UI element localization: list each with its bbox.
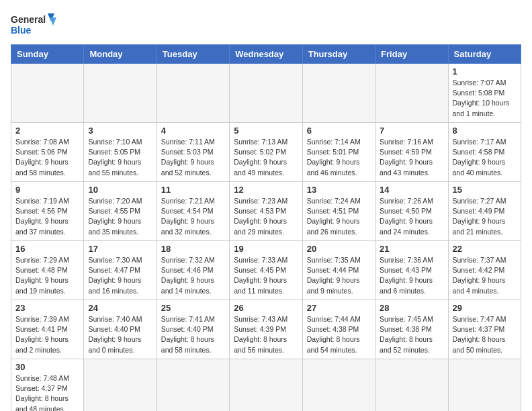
calendar-cell: 11Sunrise: 7:21 AMSunset: 4:54 PMDayligh… xyxy=(157,182,229,241)
calendar-cell: 4Sunrise: 7:11 AMSunset: 5:03 PMDaylight… xyxy=(157,123,229,182)
calendar-cell: 21Sunrise: 7:36 AMSunset: 4:43 PMDayligh… xyxy=(375,241,448,300)
day-info: Sunrise: 7:37 AMSunset: 4:42 PMDaylight:… xyxy=(453,255,517,296)
day-number: 19 xyxy=(234,244,298,254)
day-number: 17 xyxy=(88,244,152,254)
calendar-header-row: SundayMondayTuesdayWednesdayThursdayFrid… xyxy=(11,45,521,64)
day-info: Sunrise: 7:10 AMSunset: 5:05 PMDaylight:… xyxy=(88,137,152,178)
calendar-cell: 10Sunrise: 7:20 AMSunset: 4:55 PMDayligh… xyxy=(84,182,157,241)
header-friday: Friday xyxy=(375,45,448,64)
week-row-3: 9Sunrise: 7:19 AMSunset: 4:56 PMDaylight… xyxy=(11,182,521,241)
svg-text:General: General xyxy=(11,14,46,25)
header-saturday: Saturday xyxy=(448,45,521,64)
day-number: 16 xyxy=(15,244,79,254)
day-number: 4 xyxy=(161,126,225,136)
calendar-cell: 22Sunrise: 7:37 AMSunset: 4:42 PMDayligh… xyxy=(448,241,521,300)
day-info: Sunrise: 7:47 AMSunset: 4:37 PMDaylight:… xyxy=(453,314,517,355)
day-number: 14 xyxy=(380,185,443,195)
day-number: 13 xyxy=(307,185,371,195)
calendar-cell: 6Sunrise: 7:14 AMSunset: 5:01 PMDaylight… xyxy=(302,123,375,182)
calendar-cell xyxy=(448,359,521,412)
calendar-cell: 7Sunrise: 7:16 AMSunset: 4:59 PMDaylight… xyxy=(375,123,448,182)
calendar-cell: 26Sunrise: 7:43 AMSunset: 4:39 PMDayligh… xyxy=(230,300,302,359)
day-info: Sunrise: 7:41 AMSunset: 4:40 PMDaylight:… xyxy=(161,314,225,355)
calendar-cell: 18Sunrise: 7:32 AMSunset: 4:46 PMDayligh… xyxy=(157,241,229,300)
calendar-cell: 9Sunrise: 7:19 AMSunset: 4:56 PMDaylight… xyxy=(11,182,84,241)
day-number: 21 xyxy=(380,244,443,254)
logo: General Blue xyxy=(11,11,58,38)
calendar-cell xyxy=(230,359,302,412)
week-row-2: 2Sunrise: 7:08 AMSunset: 5:06 PMDaylight… xyxy=(11,123,521,182)
calendar-cell xyxy=(157,359,229,412)
day-info: Sunrise: 7:21 AMSunset: 4:54 PMDaylight:… xyxy=(161,196,225,237)
day-info: Sunrise: 7:13 AMSunset: 5:02 PMDaylight:… xyxy=(234,137,298,178)
calendar-cell: 3Sunrise: 7:10 AMSunset: 5:05 PMDaylight… xyxy=(84,123,157,182)
day-number: 25 xyxy=(161,303,225,313)
svg-text:Blue: Blue xyxy=(11,25,32,36)
day-info: Sunrise: 7:27 AMSunset: 4:49 PMDaylight:… xyxy=(453,196,517,237)
day-info: Sunrise: 7:11 AMSunset: 5:03 PMDaylight:… xyxy=(161,137,225,178)
day-number: 24 xyxy=(88,303,152,313)
calendar-cell: 8Sunrise: 7:17 AMSunset: 4:58 PMDaylight… xyxy=(448,123,521,182)
day-info: Sunrise: 7:08 AMSunset: 5:06 PMDaylight:… xyxy=(15,137,79,178)
day-info: Sunrise: 7:35 AMSunset: 4:44 PMDaylight:… xyxy=(307,255,371,296)
day-info: Sunrise: 7:45 AMSunset: 4:38 PMDaylight:… xyxy=(380,314,443,355)
calendar-cell xyxy=(84,359,157,412)
day-info: Sunrise: 7:26 AMSunset: 4:50 PMDaylight:… xyxy=(380,196,443,237)
day-number: 12 xyxy=(234,185,298,195)
calendar-cell: 28Sunrise: 7:45 AMSunset: 4:38 PMDayligh… xyxy=(375,300,448,359)
day-info: Sunrise: 7:44 AMSunset: 4:38 PMDaylight:… xyxy=(307,314,371,355)
calendar-cell: 25Sunrise: 7:41 AMSunset: 4:40 PMDayligh… xyxy=(157,300,229,359)
generalblue-logo: General Blue xyxy=(11,11,58,38)
day-info: Sunrise: 7:16 AMSunset: 4:59 PMDaylight:… xyxy=(380,137,443,178)
day-number: 20 xyxy=(307,244,371,254)
day-number: 15 xyxy=(453,185,517,195)
day-number: 3 xyxy=(88,126,152,136)
day-info: Sunrise: 7:36 AMSunset: 4:43 PMDaylight:… xyxy=(380,255,443,296)
week-row-6: 30Sunrise: 7:48 AMSunset: 4:37 PMDayligh… xyxy=(11,359,521,412)
calendar-cell: 15Sunrise: 7:27 AMSunset: 4:49 PMDayligh… xyxy=(448,182,521,241)
day-info: Sunrise: 7:30 AMSunset: 4:47 PMDaylight:… xyxy=(88,255,152,296)
day-number: 5 xyxy=(234,126,298,136)
day-number: 30 xyxy=(15,362,79,372)
calendar-cell: 27Sunrise: 7:44 AMSunset: 4:38 PMDayligh… xyxy=(302,300,375,359)
calendar-cell xyxy=(302,359,375,412)
week-row-1: 1Sunrise: 7:07 AMSunset: 5:08 PMDaylight… xyxy=(11,64,521,123)
calendar-cell: 24Sunrise: 7:40 AMSunset: 4:40 PMDayligh… xyxy=(84,300,157,359)
day-number: 23 xyxy=(15,303,79,313)
header-tuesday: Tuesday xyxy=(157,45,229,64)
calendar-cell: 16Sunrise: 7:29 AMSunset: 4:48 PMDayligh… xyxy=(11,241,84,300)
calendar-table: SundayMondayTuesdayWednesdayThursdayFrid… xyxy=(11,44,521,411)
day-number: 2 xyxy=(15,126,79,136)
day-info: Sunrise: 7:43 AMSunset: 4:39 PMDaylight:… xyxy=(234,314,298,355)
day-number: 18 xyxy=(161,244,225,254)
header-wednesday: Wednesday xyxy=(230,45,302,64)
day-info: Sunrise: 7:32 AMSunset: 4:46 PMDaylight:… xyxy=(161,255,225,296)
day-info: Sunrise: 7:17 AMSunset: 4:58 PMDaylight:… xyxy=(453,137,517,178)
calendar-cell: 14Sunrise: 7:26 AMSunset: 4:50 PMDayligh… xyxy=(375,182,448,241)
calendar-cell xyxy=(11,64,84,123)
day-number: 7 xyxy=(380,126,443,136)
day-info: Sunrise: 7:39 AMSunset: 4:41 PMDaylight:… xyxy=(15,314,79,355)
day-info: Sunrise: 7:24 AMSunset: 4:51 PMDaylight:… xyxy=(307,196,371,237)
calendar-cell xyxy=(84,64,157,123)
svg-marker-3 xyxy=(50,17,56,26)
week-row-4: 16Sunrise: 7:29 AMSunset: 4:48 PMDayligh… xyxy=(11,241,521,300)
day-number: 8 xyxy=(453,126,517,136)
day-number: 29 xyxy=(453,303,517,313)
calendar-cell: 20Sunrise: 7:35 AMSunset: 4:44 PMDayligh… xyxy=(302,241,375,300)
calendar-cell: 17Sunrise: 7:30 AMSunset: 4:47 PMDayligh… xyxy=(84,241,157,300)
day-info: Sunrise: 7:14 AMSunset: 5:01 PMDaylight:… xyxy=(307,137,371,178)
day-number: 1 xyxy=(453,66,517,77)
calendar-cell: 12Sunrise: 7:23 AMSunset: 4:53 PMDayligh… xyxy=(230,182,302,241)
day-info: Sunrise: 7:19 AMSunset: 4:56 PMDaylight:… xyxy=(15,196,79,237)
week-row-5: 23Sunrise: 7:39 AMSunset: 4:41 PMDayligh… xyxy=(11,300,521,359)
calendar-cell xyxy=(157,64,229,123)
day-number: 9 xyxy=(15,185,79,195)
calendar-cell: 23Sunrise: 7:39 AMSunset: 4:41 PMDayligh… xyxy=(11,300,84,359)
header-sunday: Sunday xyxy=(11,45,84,64)
calendar-cell: 29Sunrise: 7:47 AMSunset: 4:37 PMDayligh… xyxy=(448,300,521,359)
day-info: Sunrise: 7:40 AMSunset: 4:40 PMDaylight:… xyxy=(88,314,152,355)
calendar-cell xyxy=(302,64,375,123)
calendar-cell: 1Sunrise: 7:07 AMSunset: 5:08 PMDaylight… xyxy=(448,64,521,123)
calendar-cell: 13Sunrise: 7:24 AMSunset: 4:51 PMDayligh… xyxy=(302,182,375,241)
